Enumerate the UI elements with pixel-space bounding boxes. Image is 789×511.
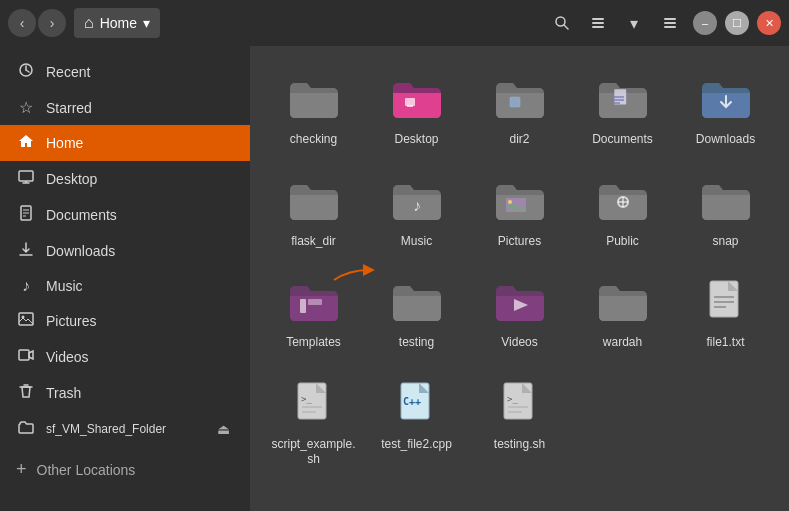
sidebar-item-starred[interactable]: ☆ Starred	[0, 90, 250, 125]
file-item-file1[interactable]: file1.txt	[678, 265, 773, 359]
music-icon: ♪	[16, 277, 36, 295]
home-icon	[16, 133, 36, 153]
file-item-script[interactable]: >_ script_example.sh	[266, 367, 361, 476]
file-item-flask-dir[interactable]: flask_dir	[266, 164, 361, 258]
file-item-desktop[interactable]: Desktop	[369, 62, 464, 156]
svg-rect-4	[592, 26, 604, 28]
file-item-public[interactable]: Public	[575, 164, 670, 258]
downloads-icon	[16, 241, 36, 261]
folder-icon-videos	[492, 273, 548, 329]
sidebar-item-recent[interactable]: Recent	[0, 54, 250, 90]
folder-icon-checking	[286, 70, 342, 126]
sidebar-item-downloads[interactable]: Downloads	[0, 233, 250, 269]
close-button[interactable]: ✕	[757, 11, 781, 35]
menu-button[interactable]	[655, 8, 685, 38]
folder-icon-templates	[286, 273, 342, 329]
svg-text:>_: >_	[507, 394, 518, 404]
location-breadcrumb[interactable]: ⌂ Home ▾	[74, 8, 160, 38]
svg-text:♪: ♪	[413, 197, 421, 214]
add-location-icon: +	[16, 459, 27, 480]
folder-icon-public	[595, 172, 651, 228]
file-label: checking	[290, 132, 337, 148]
file-item-checking[interactable]: checking	[266, 62, 361, 156]
sidebar-item-music[interactable]: ♪ Music	[0, 269, 250, 303]
sidebar-item-trash[interactable]: Trash	[0, 375, 250, 411]
sidebar: Recent ☆ Starred Home Desktop Documents	[0, 46, 250, 511]
view-dropdown-button[interactable]: ▾	[619, 8, 649, 38]
folder-icon-documents	[595, 70, 651, 126]
svg-text:C++: C++	[403, 396, 421, 407]
sf-vm-icon	[16, 419, 36, 439]
file-item-testing-sh[interactable]: >_ testing.sh	[472, 367, 567, 476]
svg-rect-2	[592, 18, 604, 20]
sidebar-item-label: Music	[46, 278, 83, 294]
sidebar-item-label: Downloads	[46, 243, 115, 259]
eject-button[interactable]: ⏏	[213, 419, 234, 439]
file-item-wardah[interactable]: wardah	[575, 265, 670, 359]
list-view-button[interactable]	[583, 8, 613, 38]
svg-text:>_: >_	[301, 394, 312, 404]
sidebar-item-pictures[interactable]: Pictures	[0, 303, 250, 339]
file-label: test_file2.cpp	[381, 437, 452, 453]
folder-icon-dir2	[492, 70, 548, 126]
file-grid: checking Desktop	[266, 62, 773, 476]
sidebar-item-label: sf_VM_Shared_Folder	[46, 422, 166, 436]
sidebar-item-label: Trash	[46, 385, 81, 401]
titlebar: ‹ › ⌂ Home ▾ ▾ –	[0, 0, 789, 46]
file-item-testing[interactable]: testing	[369, 265, 464, 359]
svg-rect-19	[19, 313, 33, 325]
file-item-dir2[interactable]: dir2	[472, 62, 567, 156]
file-item-templates[interactable]: Templates	[266, 265, 361, 359]
sidebar-item-label: Recent	[46, 64, 90, 80]
file-label: Public	[606, 234, 639, 250]
sidebar-item-documents[interactable]: Documents	[0, 197, 250, 233]
dropdown-icon: ▾	[143, 15, 150, 31]
sidebar-item-home[interactable]: Home	[0, 125, 250, 161]
file-label: dir2	[509, 132, 529, 148]
sidebar-item-desktop[interactable]: Desktop	[0, 161, 250, 197]
svg-rect-7	[664, 26, 676, 28]
sidebar-item-videos[interactable]: Videos	[0, 339, 250, 375]
shell-file-icon-script: >_	[286, 375, 342, 431]
file-item-pictures[interactable]: Pictures	[472, 164, 567, 258]
file-item-music[interactable]: ♪ Music	[369, 164, 464, 258]
svg-line-1	[564, 25, 568, 29]
search-button[interactable]	[547, 8, 577, 38]
sidebar-add-location[interactable]: + Other Locations	[0, 451, 250, 488]
location-label: Home	[100, 15, 137, 31]
file-item-test-file2[interactable]: C++ test_file2.cpp	[369, 367, 464, 476]
file-item-videos[interactable]: Videos	[472, 265, 567, 359]
folder-icon-flask-dir	[286, 172, 342, 228]
minimize-button[interactable]: –	[693, 11, 717, 35]
svg-rect-37	[308, 299, 322, 305]
forward-button[interactable]: ›	[38, 9, 66, 37]
sidebar-item-label: Home	[46, 135, 83, 151]
svg-point-32	[508, 200, 512, 204]
home-icon: ⌂	[84, 14, 94, 32]
file-item-documents[interactable]: Documents	[575, 62, 670, 156]
videos-icon	[16, 347, 36, 367]
file-label: snap	[712, 234, 738, 250]
folder-icon-snap	[698, 172, 754, 228]
file-label: script_example.sh	[270, 437, 357, 468]
svg-rect-5	[664, 18, 676, 20]
file-label: Downloads	[696, 132, 755, 148]
file-label: Documents	[592, 132, 653, 148]
starred-icon: ☆	[16, 98, 36, 117]
sidebar-item-label: Starred	[46, 100, 92, 116]
file-label: testing.sh	[494, 437, 545, 453]
nav-buttons: ‹ ›	[8, 9, 66, 37]
folder-icon-music: ♪	[389, 172, 445, 228]
file-label: file1.txt	[706, 335, 744, 351]
sidebar-item-sf-vm[interactable]: sf_VM_Shared_Folder ⏏	[0, 411, 250, 447]
maximize-button[interactable]: ☐	[725, 11, 749, 35]
folder-icon-downloads	[698, 70, 754, 126]
svg-line-10	[26, 70, 29, 72]
svg-rect-6	[664, 22, 676, 24]
file-item-snap[interactable]: snap	[678, 164, 773, 258]
file-item-downloads[interactable]: Downloads	[678, 62, 773, 156]
back-button[interactable]: ‹	[8, 9, 36, 37]
pictures-icon	[16, 311, 36, 331]
documents-icon	[16, 205, 36, 225]
trash-icon	[16, 383, 36, 403]
